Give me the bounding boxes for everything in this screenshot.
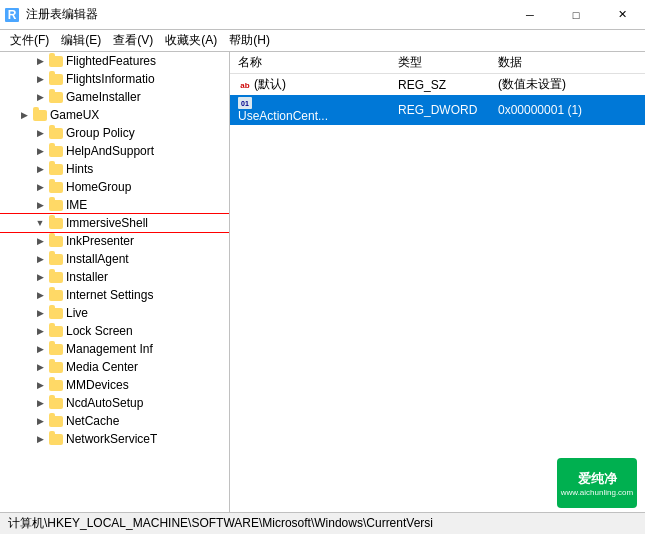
- watermark: 爱纯净 www.aichunling.com: [557, 458, 637, 508]
- tree-arrow-icon: ▶: [32, 287, 48, 303]
- tree-item[interactable]: ▶MMDevices: [0, 376, 229, 394]
- tree-item[interactable]: ▶NetCache: [0, 412, 229, 430]
- tree-item[interactable]: ▶Installer: [0, 268, 229, 286]
- ab-icon: ab: [238, 80, 252, 92]
- tree-label: FlightedFeatures: [66, 54, 156, 68]
- tree-item[interactable]: ▶Hints: [0, 160, 229, 178]
- tree-label: FlightsInformatio: [66, 72, 155, 86]
- menu-view[interactable]: 查看(V): [107, 31, 159, 50]
- tree-item[interactable]: ▶Lock Screen: [0, 322, 229, 340]
- tree-label: Group Policy: [66, 126, 135, 140]
- tree-item[interactable]: ▶HomeGroup: [0, 178, 229, 196]
- tree-item[interactable]: ▶IME: [0, 196, 229, 214]
- tree-arrow-icon: ▶: [32, 161, 48, 177]
- tree-arrow-icon: ▼: [32, 215, 48, 231]
- tree-label: IME: [66, 198, 87, 212]
- folder-icon: [48, 252, 64, 266]
- tree-label: Internet Settings: [66, 288, 153, 302]
- tree-item[interactable]: ▶InkPresenter: [0, 232, 229, 250]
- table-row[interactable]: ab(默认)REG_SZ(数值未设置): [230, 74, 645, 96]
- dword-icon: 01: [238, 97, 252, 109]
- tree-label: Lock Screen: [66, 324, 133, 338]
- folder-icon: [48, 72, 64, 86]
- maximize-button[interactable]: □: [553, 0, 599, 30]
- menu-edit[interactable]: 编辑(E): [55, 31, 107, 50]
- app-icon: R: [4, 7, 20, 23]
- folder-icon: [48, 324, 64, 338]
- table-row[interactable]: 01 UseActionCent...REG_DWORD0x00000001 (…: [230, 95, 645, 125]
- tree-arrow-icon: ▶: [32, 395, 48, 411]
- tree-arrow-icon: ▶: [32, 431, 48, 447]
- tree-arrow-icon: ▶: [32, 53, 48, 69]
- row-type: REG_DWORD: [390, 95, 490, 125]
- tree-item[interactable]: ▶FlightedFeatures: [0, 52, 229, 70]
- tree-item[interactable]: ▶NcdAutoSetup: [0, 394, 229, 412]
- row-type: REG_SZ: [390, 74, 490, 96]
- tree-arrow-icon: ▶: [16, 107, 32, 123]
- details-pane: 名称 类型 数据 ab(默认)REG_SZ(数值未设置)01 UseAction…: [230, 52, 645, 512]
- row-data: (数值未设置): [490, 74, 645, 96]
- tree-item[interactable]: ▶Live: [0, 304, 229, 322]
- tree-pane[interactable]: ▶FlightedFeatures▶FlightsInformatio▶Game…: [0, 52, 230, 512]
- col-data[interactable]: 数据: [490, 52, 645, 74]
- folder-icon: [48, 342, 64, 356]
- tree-item[interactable]: ▶InstallAgent: [0, 250, 229, 268]
- tree-arrow-icon: ▶: [32, 305, 48, 321]
- tree-arrow-icon: ▶: [32, 269, 48, 285]
- col-type[interactable]: 类型: [390, 52, 490, 74]
- tree-item[interactable]: ▶HelpAndSupport: [0, 142, 229, 160]
- title-bar: R 注册表编辑器 ─ □ ✕: [0, 0, 645, 30]
- tree-label: GameUX: [50, 108, 99, 122]
- tree-arrow-icon: ▶: [32, 179, 48, 195]
- tree-label: Hints: [66, 162, 93, 176]
- window-title: 注册表编辑器: [26, 6, 98, 23]
- folder-icon: [48, 54, 64, 68]
- tree-item[interactable]: ▶NetworkServiceT: [0, 430, 229, 448]
- menu-file[interactable]: 文件(F): [4, 31, 55, 50]
- svg-text:R: R: [8, 8, 17, 22]
- tree-item[interactable]: ▶FlightsInformatio: [0, 70, 229, 88]
- folder-icon: [48, 270, 64, 284]
- tree-label: InstallAgent: [66, 252, 129, 266]
- tree-arrow-icon: ▶: [32, 71, 48, 87]
- tree-arrow-icon: ▶: [32, 89, 48, 105]
- tree-label: Management Inf: [66, 342, 153, 356]
- tree-item[interactable]: ▶GameUX: [0, 106, 229, 124]
- watermark-logo: 爱纯净: [578, 470, 617, 488]
- tree-label: Installer: [66, 270, 108, 284]
- tree-item[interactable]: ▶GameInstaller: [0, 88, 229, 106]
- tree-arrow-icon: ▶: [32, 251, 48, 267]
- tree-arrow-icon: ▶: [32, 359, 48, 375]
- tree-label: Live: [66, 306, 88, 320]
- tree-arrow-icon: ▶: [32, 143, 48, 159]
- folder-icon: [32, 108, 48, 122]
- menu-bar: 文件(F) 编辑(E) 查看(V) 收藏夹(A) 帮助(H): [0, 30, 645, 52]
- tree-item[interactable]: ▶Management Inf: [0, 340, 229, 358]
- tree-item[interactable]: ▶Internet Settings: [0, 286, 229, 304]
- tree-label: ImmersiveShell: [66, 216, 148, 230]
- watermark-url: www.aichunling.com: [561, 488, 633, 497]
- tree-item[interactable]: ▶Group Policy: [0, 124, 229, 142]
- status-text: 计算机\HKEY_LOCAL_MACHINE\SOFTWARE\Microsof…: [8, 515, 433, 532]
- row-name: 01 UseActionCent...: [230, 95, 390, 125]
- tree-label: NcdAutoSetup: [66, 396, 143, 410]
- folder-icon: [48, 360, 64, 374]
- tree-item[interactable]: ▼ImmersiveShell: [0, 214, 229, 232]
- status-bar: 计算机\HKEY_LOCAL_MACHINE\SOFTWARE\Microsof…: [0, 512, 645, 534]
- folder-icon: [48, 126, 64, 140]
- tree-arrow-icon: ▶: [32, 323, 48, 339]
- row-name: ab(默认): [230, 74, 390, 96]
- tree-label: NetCache: [66, 414, 119, 428]
- folder-icon: [48, 396, 64, 410]
- folder-icon: [48, 432, 64, 446]
- menu-help[interactable]: 帮助(H): [223, 31, 276, 50]
- menu-favorites[interactable]: 收藏夹(A): [159, 31, 223, 50]
- folder-icon: [48, 414, 64, 428]
- minimize-button[interactable]: ─: [507, 0, 553, 30]
- col-name[interactable]: 名称: [230, 52, 390, 74]
- tree-item[interactable]: ▶Media Center: [0, 358, 229, 376]
- row-data: 0x00000001 (1): [490, 95, 645, 125]
- close-button[interactable]: ✕: [599, 0, 645, 30]
- tree-arrow-icon: ▶: [32, 197, 48, 213]
- folder-icon: [48, 306, 64, 320]
